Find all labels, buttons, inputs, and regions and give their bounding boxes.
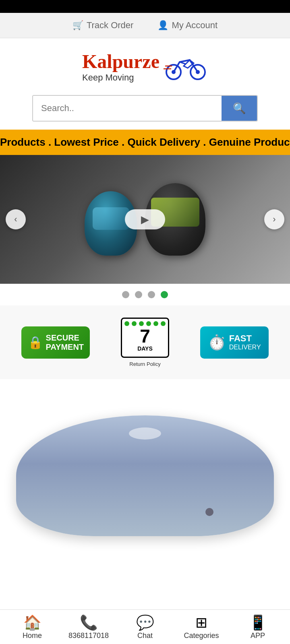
carousel-dots (0, 284, 290, 305)
search-section: 🔍 (0, 91, 290, 130)
search-button[interactable]: 🔍 (222, 96, 257, 121)
top-bar: 🛒 Track Order 👤 My Account (0, 13, 290, 38)
search-input[interactable] (33, 96, 222, 121)
marquee-banner: Products . Lowest Price . Quick Delivery… (0, 130, 290, 155)
fast-delivery-text-wrap: FAST DELIVERY (229, 334, 261, 351)
carousel-dot-1[interactable] (122, 291, 129, 298)
fast-sub-label: DELIVERY (229, 344, 261, 351)
secure-payment-visual: 🔒 SECURE PAYMENT (21, 326, 90, 359)
trust-section: 🔒 SECURE PAYMENT 7 DAYS Return Policy ⏱️ (0, 305, 290, 379)
carousel-play-button[interactable]: ▶ (125, 209, 165, 229)
spacer (0, 379, 290, 403)
fast-delivery-visual: ⏱️ FAST DELIVERY (200, 326, 269, 359)
my-account-item[interactable]: 👤 My Account (157, 20, 218, 31)
bottom-spacer (0, 548, 290, 588)
secure-payment-text-wrap: SECURE PAYMENT (46, 333, 84, 352)
marquee-text: Products . Lowest Price . Quick Delivery… (0, 136, 290, 149)
search-wrapper: 🔍 (32, 95, 258, 122)
return-days-label: DAYS (137, 345, 153, 352)
logo-section: Kalpurze Keep Moving (0, 38, 290, 91)
return-policy-label: Return Policy (129, 361, 160, 367)
fast-delivery-badge: ⏱️ FAST DELIVERY (200, 326, 269, 359)
brand-name: Kalpurze (82, 50, 160, 72)
status-bar (0, 0, 290, 13)
track-order-label: Track Order (87, 20, 134, 31)
tagline: Keep Moving (82, 72, 134, 83)
my-account-label: My Account (172, 20, 218, 31)
logo-text: Kalpurze Keep Moving (82, 50, 160, 83)
product-image (16, 415, 274, 536)
carousel-next-button[interactable]: › (264, 209, 284, 229)
badge-dot-5 (153, 321, 158, 326)
carousel-dot-3[interactable] (148, 291, 155, 298)
carousel-section: ‹ ▶ › (0, 155, 290, 284)
return-days-number: 7 (140, 327, 150, 345)
secure-payment-badge: 🔒 SECURE PAYMENT (21, 326, 90, 359)
search-icon: 🔍 (233, 102, 246, 115)
carousel-dot-2[interactable] (135, 291, 142, 298)
stopwatch-icon: ⏱️ (208, 334, 226, 351)
carousel-prev-button[interactable]: ‹ (6, 209, 26, 229)
bike-logo-icon (164, 52, 208, 82)
svg-point-3 (196, 70, 200, 74)
cart-icon: 🛒 (72, 20, 83, 31)
return-policy-badge: 7 DAYS Return Policy (121, 318, 169, 367)
lock-icon: 🔒 (28, 335, 43, 349)
product-image-section (0, 403, 290, 548)
badge-dot-6 (161, 321, 166, 326)
person-icon: 👤 (157, 20, 168, 31)
badge-dot-2 (132, 321, 137, 326)
carousel-dot-4[interactable] (161, 291, 168, 298)
return-policy-visual: 7 DAYS (121, 318, 169, 358)
product-screw (205, 508, 213, 516)
product-shine (129, 427, 161, 440)
badge-dot-1 (124, 321, 129, 326)
svg-point-2 (172, 70, 176, 74)
fast-label: FAST (229, 334, 261, 343)
secure-label: SECURE PAYMENT (46, 333, 84, 352)
track-order-item[interactable]: 🛒 Track Order (72, 20, 134, 31)
